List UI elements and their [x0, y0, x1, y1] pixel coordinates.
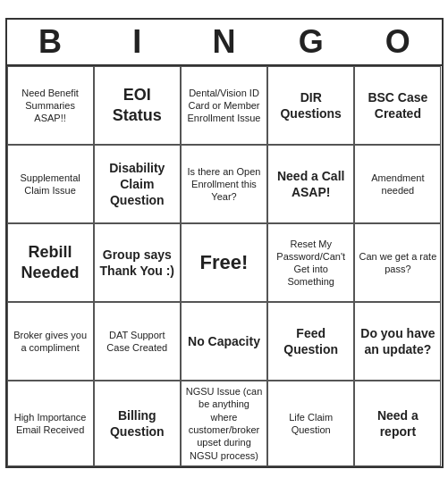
bingo-cell-22[interactable]: NGSU Issue (can be anything where custom… [181, 381, 267, 466]
bingo-card: B I N G O Need Benefit Summaries ASAP!!E… [5, 18, 444, 468]
bingo-cell-11[interactable]: Group says Thank You :) [94, 223, 181, 302]
bingo-cell-17[interactable]: No Capacity [181, 302, 267, 381]
header-letter-o: O [358, 23, 438, 61]
bingo-cell-4[interactable]: BSC Case Created [354, 66, 441, 145]
bingo-cell-15[interactable]: Broker gives you a compliment [7, 302, 94, 381]
bingo-cell-1[interactable]: EOI Status [94, 66, 181, 145]
bingo-cell-0[interactable]: Need Benefit Summaries ASAP!! [7, 66, 94, 145]
bingo-cell-21[interactable]: Billing Question [94, 381, 181, 466]
bingo-cell-19[interactable]: Do you have an update? [354, 302, 441, 381]
bingo-cell-20[interactable]: High Importance Email Received [7, 381, 94, 466]
bingo-cell-12[interactable]: Free! [181, 223, 267, 302]
bingo-cell-23[interactable]: Life Claim Question [267, 381, 354, 466]
header-letter-n: N [183, 23, 264, 61]
bingo-cell-18[interactable]: Feed Question [267, 302, 354, 381]
bingo-grid: Need Benefit Summaries ASAP!!EOI StatusD… [7, 66, 442, 466]
bingo-cell-3[interactable]: DIR Questions [267, 66, 354, 145]
bingo-cell-8[interactable]: Need a Call ASAP! [267, 145, 354, 223]
bingo-cell-13[interactable]: Reset My Password/Can't Get into Somethi… [267, 223, 354, 302]
bingo-cell-16[interactable]: DAT Support Case Created [94, 302, 181, 381]
bingo-cell-2[interactable]: Dental/Vision ID Card or Member Enrollme… [181, 66, 267, 145]
bingo-cell-5[interactable]: Supplemental Claim Issue [7, 145, 94, 223]
bingo-cell-10[interactable]: Rebill Needed [7, 223, 94, 302]
header-letter-i: I [97, 23, 177, 61]
header-letter-g: G [271, 23, 351, 61]
bingo-header: B I N G O [7, 20, 442, 66]
header-letter-b: B [10, 23, 90, 61]
bingo-cell-6[interactable]: Disability Claim Question [94, 145, 181, 223]
bingo-cell-7[interactable]: Is there an Open Enrollment this Year? [181, 145, 267, 223]
bingo-cell-14[interactable]: Can we get a rate pass? [354, 223, 441, 302]
bingo-cell-24[interactable]: Need a report [354, 381, 441, 466]
bingo-cell-9[interactable]: Amendment needed [354, 145, 441, 223]
